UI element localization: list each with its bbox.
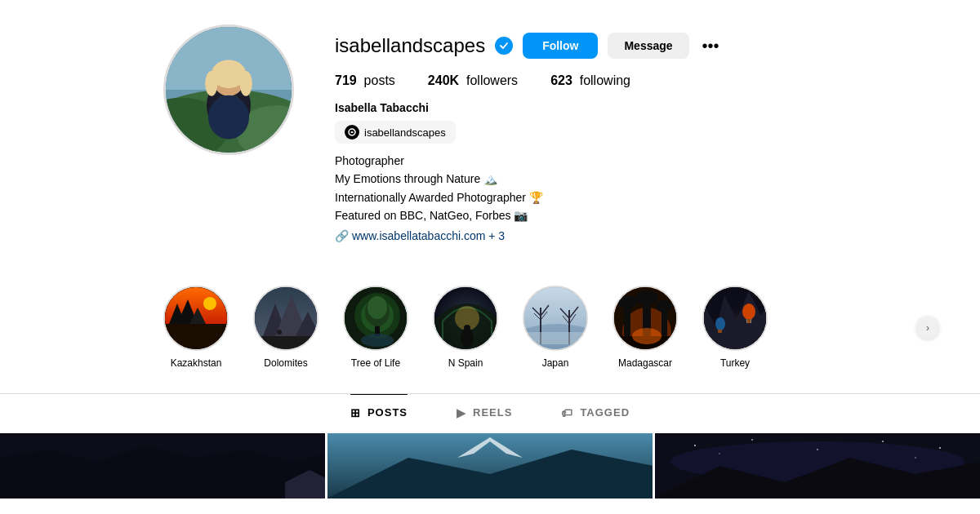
following-label: following xyxy=(580,73,630,87)
bio-link-row: 🔗 www.isabellatabacchi.com + 3 xyxy=(335,227,931,245)
svg-rect-63 xyxy=(662,308,667,336)
svg-point-21 xyxy=(203,297,216,310)
svg-point-92 xyxy=(939,447,941,449)
grid-item-1[interactable] xyxy=(0,433,325,498)
followers-label: followers xyxy=(466,73,518,87)
highlight-item-kazakhstan[interactable]: Kazakhstan xyxy=(163,286,229,369)
reels-tab-label: REELS xyxy=(473,406,512,419)
username-row: isabellandscapes Follow Message ••• xyxy=(335,33,931,59)
highlight-item-nspain[interactable]: N Spain xyxy=(433,286,498,369)
svg-point-91 xyxy=(882,441,884,442)
highlight-circle-madagascar xyxy=(612,286,678,351)
threads-handle[interactable]: isabellandscapes xyxy=(335,121,456,144)
highlight-item-dolomites[interactable]: Dolomites xyxy=(253,286,318,369)
highlight-label-dolomites: Dolomites xyxy=(264,357,307,369)
bio-link[interactable]: www.isabellatabacchi.com + 3 xyxy=(352,227,505,245)
highlight-item-japan[interactable]: Japan xyxy=(523,286,588,369)
bio-line2: My Emotions through Nature 🏔️ xyxy=(335,170,931,188)
posts-count: 719 xyxy=(335,73,357,87)
photo-grid xyxy=(0,433,980,498)
svg-point-66 xyxy=(635,290,658,305)
highlight-circle-turkey xyxy=(702,286,768,351)
svg-point-88 xyxy=(694,445,696,446)
profile-info: isabellandscapes Follow Message ••• 719 … xyxy=(335,24,931,245)
display-name: Isabella Tabacchi xyxy=(335,101,931,114)
highlights-container: Kazakhstan Dolomites xyxy=(49,277,931,377)
posts-label: posts xyxy=(364,73,395,87)
posts-tab-icon: ⊞ xyxy=(350,406,361,419)
tab-posts[interactable]: ⊞ POSTS xyxy=(350,394,408,431)
svg-point-68 xyxy=(632,328,662,344)
avatar[interactable] xyxy=(163,24,294,155)
following-stat[interactable]: 623 following xyxy=(550,73,630,88)
highlight-circle-dolomites xyxy=(253,286,318,351)
highlight-circle-kazakhstan xyxy=(163,286,229,351)
tagged-tab-label: TAGGED xyxy=(580,406,630,419)
svg-rect-17 xyxy=(165,324,229,351)
profile-section: isabellandscapes Follow Message ••• 719 … xyxy=(0,0,980,261)
highlight-label-turkey: Turkey xyxy=(720,357,750,369)
tab-tagged[interactable]: 🏷 TAGGED xyxy=(561,394,630,431)
svg-point-43 xyxy=(464,325,470,331)
message-button[interactable]: Message xyxy=(608,33,688,59)
username: isabellandscapes xyxy=(335,34,485,57)
stats-row: 719 posts 240K followers 623 following xyxy=(335,73,931,88)
following-count: 623 xyxy=(550,73,572,87)
svg-rect-57 xyxy=(524,332,588,344)
highlight-circle-japan xyxy=(523,286,588,351)
svg-point-8 xyxy=(205,71,217,96)
svg-point-38 xyxy=(375,327,380,332)
highlight-item-treeoflife[interactable]: Tree of Life xyxy=(343,286,408,369)
followers-count: 240K xyxy=(428,73,459,87)
highlight-item-turkey[interactable]: Turkey xyxy=(702,286,768,369)
reels-tab-icon: ▶ xyxy=(457,406,466,419)
highlight-item-madagascar[interactable]: Madagascar xyxy=(612,286,678,369)
follow-button[interactable]: Follow xyxy=(523,33,598,59)
highlight-label-treeoflife: Tree of Life xyxy=(351,357,400,369)
highlights-section: Kazakhstan Dolomites xyxy=(0,261,980,385)
grid-item-3[interactable] xyxy=(655,433,980,498)
posts-stat[interactable]: 719 posts xyxy=(335,73,395,88)
posts-tab-label: POSTS xyxy=(368,406,408,419)
highlight-label-nspain: N Spain xyxy=(448,357,483,369)
bio-line3: Internationally Awarded Photographer 🏆 xyxy=(335,188,931,206)
threads-username: isabellandscapes xyxy=(364,126,446,139)
grid-item-2[interactable] xyxy=(327,433,653,498)
highlight-label-japan: Japan xyxy=(542,357,569,369)
threads-icon xyxy=(345,125,359,140)
bio: Photographer My Emotions through Nature … xyxy=(335,152,931,245)
svg-point-36 xyxy=(368,296,387,319)
bio-line4: Featured on BBC, NatGeo, Forbes 📷 xyxy=(335,206,931,224)
svg-point-37 xyxy=(361,334,394,347)
highlights-next-button[interactable]: › xyxy=(916,317,939,339)
highlight-circle-nspain xyxy=(433,286,498,351)
highlight-label-kazakhstan: Kazakhstan xyxy=(171,357,222,369)
svg-point-77 xyxy=(715,317,725,330)
svg-rect-78 xyxy=(718,330,722,333)
tagged-tab-icon: 🏷 xyxy=(561,406,573,419)
more-options-button[interactable]: ••• xyxy=(699,37,723,55)
tabs-section: ⊞ POSTS ▶ REELS 🏷 TAGGED xyxy=(0,394,980,431)
verified-badge xyxy=(495,37,513,55)
bio-line1: Photographer xyxy=(335,152,931,170)
highlight-circle-treeoflife xyxy=(343,286,408,351)
followers-stat[interactable]: 240K followers xyxy=(428,73,518,88)
highlight-label-madagascar: Madagascar xyxy=(618,357,672,369)
svg-point-12 xyxy=(208,95,249,140)
svg-point-64 xyxy=(656,300,672,312)
svg-point-73 xyxy=(742,304,755,320)
svg-point-62 xyxy=(617,295,637,308)
link-icon: 🔗 xyxy=(335,227,349,245)
tab-reels[interactable]: ▶ REELS xyxy=(457,394,512,431)
svg-rect-24 xyxy=(255,336,318,351)
svg-point-89 xyxy=(751,439,753,441)
svg-point-28 xyxy=(277,330,282,335)
svg-point-9 xyxy=(239,71,252,96)
